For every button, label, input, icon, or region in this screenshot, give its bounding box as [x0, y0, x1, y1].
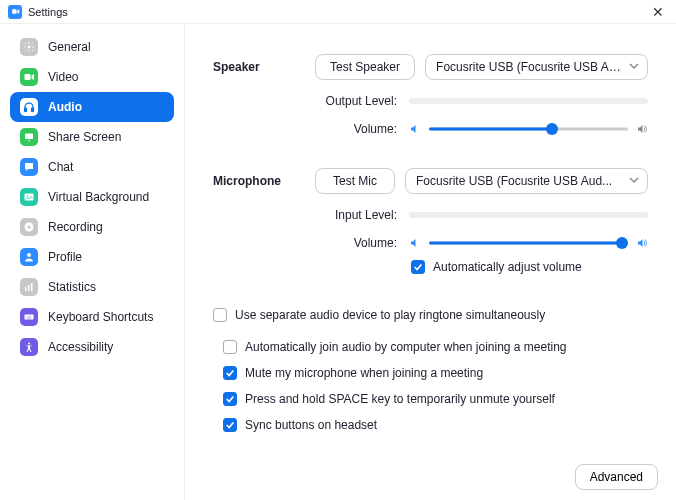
sidebar-item-share-screen[interactable]: Share Screen: [10, 122, 174, 152]
speaker-high-icon: [636, 123, 648, 135]
keyboard-icon: [20, 308, 38, 326]
sidebar-item-label: Share Screen: [48, 130, 121, 144]
sidebar-item-label: Chat: [48, 160, 73, 174]
svg-rect-4: [32, 108, 34, 112]
gear-icon: [20, 38, 38, 56]
sidebar-item-label: Audio: [48, 100, 82, 114]
speaker-volume-label: Volume:: [315, 122, 397, 136]
svg-rect-0: [12, 9, 17, 14]
app-icon: [8, 5, 22, 19]
chevron-down-icon: [629, 174, 639, 188]
sidebar-item-general[interactable]: General: [10, 32, 174, 62]
sidebar-item-recording[interactable]: Recording: [10, 212, 174, 242]
input-level-meter: [409, 212, 648, 218]
mic-volume-label: Volume:: [315, 236, 397, 250]
sync-headset-checkbox[interactable]: Sync buttons on headset: [223, 418, 648, 432]
sidebar-item-statistics[interactable]: Statistics: [10, 272, 174, 302]
auto-adjust-volume-checkbox[interactable]: Automatically adjust volume: [411, 260, 648, 274]
headphones-icon: [20, 98, 38, 116]
svg-rect-3: [25, 108, 27, 112]
speaker-high-icon: [636, 237, 648, 249]
checkbox-icon: [411, 260, 425, 274]
sidebar-item-label: Video: [48, 70, 78, 84]
svg-rect-2: [25, 74, 31, 80]
checkbox-label: Use separate audio device to play ringto…: [235, 308, 545, 322]
speaker-device-text: Focusrite USB (Focusrite USB Aud...: [436, 60, 623, 74]
sidebar-item-accessibility[interactable]: Accessibility: [10, 332, 174, 362]
sidebar-item-video[interactable]: Video: [10, 62, 174, 92]
output-level-label: Output Level:: [315, 94, 397, 108]
mic-device-text: Focusrite USB (Focusrite USB Aud...: [416, 174, 623, 188]
main-panel: Speaker Test Speaker Focusrite USB (Focu…: [185, 24, 676, 500]
svg-point-7: [27, 195, 29, 197]
test-mic-button[interactable]: Test Mic: [315, 168, 395, 194]
svg-point-1: [28, 46, 31, 49]
microphone-section: Microphone Test Mic Focusrite USB (Focus…: [213, 168, 648, 286]
advanced-button[interactable]: Advanced: [575, 464, 658, 490]
sidebar-item-label: Recording: [48, 220, 103, 234]
chat-icon: [20, 158, 38, 176]
checkbox-label: Sync buttons on headset: [245, 418, 377, 432]
speaker-low-icon: [409, 237, 421, 249]
sidebar-item-virtual-background[interactable]: Virtual Background: [10, 182, 174, 212]
title-bar: Settings ✕: [0, 0, 676, 24]
profile-icon: [20, 248, 38, 266]
sidebar-item-chat[interactable]: Chat: [10, 152, 174, 182]
sidebar-item-profile[interactable]: Profile: [10, 242, 174, 272]
sidebar-item-label: General: [48, 40, 91, 54]
sidebar-item-label: Profile: [48, 250, 82, 264]
checkbox-icon: [223, 366, 237, 380]
sidebar-item-audio[interactable]: Audio: [10, 92, 174, 122]
checkbox-label: Press and hold SPACE key to temporarily …: [245, 392, 555, 406]
svg-point-16: [28, 316, 29, 317]
sidebar-item-keyboard-shortcuts[interactable]: Keyboard Shortcuts: [10, 302, 174, 332]
mic-volume-slider[interactable]: [429, 236, 628, 250]
statistics-icon: [20, 278, 38, 296]
microphone-label: Microphone: [213, 168, 305, 286]
virtualbg-icon: [20, 188, 38, 206]
audio-options: Use separate audio device to play ringto…: [213, 308, 648, 432]
sidebar-item-label: Virtual Background: [48, 190, 149, 204]
checkbox-icon: [223, 392, 237, 406]
speaker-low-icon: [409, 123, 421, 135]
svg-rect-11: [25, 287, 27, 291]
sidebar-item-label: Accessibility: [48, 340, 113, 354]
accessibility-icon: [20, 338, 38, 356]
checkbox-icon: [213, 308, 227, 322]
recording-icon: [20, 218, 38, 236]
output-level-meter: [409, 98, 648, 104]
separate-ringtone-checkbox[interactable]: Use separate audio device to play ringto…: [213, 308, 648, 322]
svg-point-20: [28, 343, 30, 345]
sidebar-item-label: Statistics: [48, 280, 96, 294]
svg-rect-12: [28, 285, 30, 291]
mute-on-join-checkbox[interactable]: Mute my microphone when joining a meetin…: [223, 366, 648, 380]
checkbox-icon: [223, 340, 237, 354]
speaker-volume-slider[interactable]: [429, 122, 628, 136]
speaker-device-select[interactable]: Focusrite USB (Focusrite USB Aud...: [425, 54, 648, 80]
mic-device-select[interactable]: Focusrite USB (Focusrite USB Aud...: [405, 168, 648, 194]
share-icon: [20, 128, 38, 146]
checkbox-label: Automatically join audio by computer whe…: [245, 340, 567, 354]
auto-join-audio-checkbox[interactable]: Automatically join audio by computer whe…: [223, 340, 648, 354]
svg-rect-13: [31, 283, 33, 291]
checkbox-label: Mute my microphone when joining a meetin…: [245, 366, 483, 380]
test-speaker-button[interactable]: Test Speaker: [315, 54, 415, 80]
window-title: Settings: [28, 6, 68, 18]
svg-rect-19: [27, 318, 31, 319]
svg-point-18: [31, 316, 32, 317]
svg-point-15: [26, 316, 27, 317]
svg-point-17: [29, 316, 30, 317]
checkbox-icon: [223, 418, 237, 432]
svg-rect-14: [25, 315, 34, 320]
svg-point-9: [28, 226, 31, 229]
input-level-label: Input Level:: [315, 208, 397, 222]
chevron-down-icon: [629, 60, 639, 74]
sidebar: GeneralVideoAudioShare ScreenChatVirtual…: [0, 24, 185, 500]
video-icon: [20, 68, 38, 86]
speaker-label: Speaker: [213, 54, 305, 146]
speaker-section: Speaker Test Speaker Focusrite USB (Focu…: [213, 54, 648, 146]
sidebar-item-label: Keyboard Shortcuts: [48, 310, 153, 324]
close-button[interactable]: ✕: [648, 4, 668, 20]
svg-point-10: [27, 253, 31, 257]
space-unmute-checkbox[interactable]: Press and hold SPACE key to temporarily …: [223, 392, 648, 406]
